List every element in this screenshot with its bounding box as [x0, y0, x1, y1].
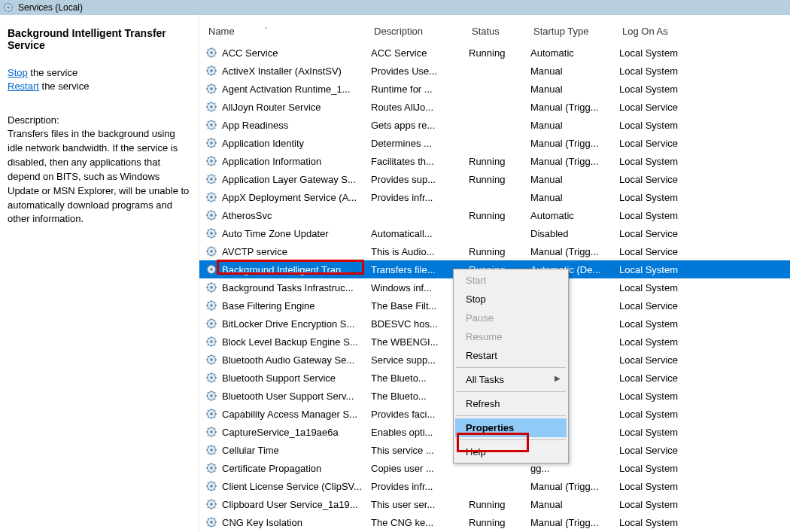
svg-line-209	[208, 399, 208, 400]
service-name: CNG Key Isolation	[222, 517, 302, 528]
menu-separator	[456, 415, 566, 416]
stop-link[interactable]: Stop	[8, 67, 28, 78]
svg-line-46	[208, 103, 208, 104]
col-logon[interactable]: Log On As	[619, 26, 706, 37]
svg-line-158	[214, 302, 215, 302]
service-row[interactable]: Application InformationFacilitates th...…	[199, 152, 790, 170]
svg-line-69	[208, 146, 208, 147]
service-row[interactable]: ACC ServiceACC ServiceRunningAutomaticLo…	[199, 44, 790, 62]
svg-line-87	[214, 182, 215, 183]
service-name: Cellular Time	[222, 445, 279, 456]
service-description: Routes AllJo...	[371, 102, 469, 113]
description-label: Description:	[8, 114, 191, 126]
service-startup: Manual (Trigg...	[530, 138, 619, 149]
service-row[interactable]: Clipboard User Service_1a19...This user …	[199, 495, 790, 513]
service-status: Running	[469, 156, 530, 167]
service-row[interactable]: AppX Deployment Service (A...Provides in…	[199, 188, 790, 206]
svg-line-37	[214, 92, 215, 93]
service-row[interactable]: AllJoyn Router ServiceRoutes AllJo...Man…	[199, 98, 790, 116]
col-description[interactable]: Description	[371, 26, 469, 37]
service-description: ACC Service	[371, 47, 469, 59]
svg-line-89	[208, 182, 208, 183]
col-name[interactable]: Name	[208, 26, 235, 37]
service-row[interactable]: Auto Time Zone UpdaterAutomaticall...Dis…	[199, 224, 790, 242]
service-logon: Local System	[619, 427, 706, 438]
svg-line-169	[208, 327, 208, 327]
service-row[interactable]: Agent Activation Runtime_1...Runtime for…	[199, 80, 790, 98]
svg-line-76	[208, 157, 208, 158]
svg-line-79	[208, 164, 208, 165]
svg-line-216	[208, 410, 208, 411]
svg-point-201	[210, 394, 213, 397]
svg-line-29	[208, 74, 208, 74]
svg-line-77	[214, 164, 215, 165]
menu-separator	[456, 439, 566, 440]
gear-icon	[205, 354, 217, 366]
sort-indicator-icon: ˆ	[265, 26, 267, 34]
service-row[interactable]: AVCTP serviceThis is Audio...RunningManu…	[199, 242, 790, 260]
svg-line-229	[208, 435, 208, 436]
service-name: Bluetooth Audio Gateway Se...	[222, 354, 354, 366]
service-row[interactable]: Application IdentityDetermines ...Manual…	[199, 134, 790, 152]
service-row[interactable]: CNG Key IsolationThe CNG ke...RunningMan…	[199, 513, 790, 531]
menu-properties[interactable]: Properties	[455, 418, 567, 437]
gear-icon	[205, 336, 217, 348]
service-description: Provides infr...	[371, 192, 469, 203]
svg-line-236	[208, 446, 208, 447]
svg-point-261	[210, 503, 213, 506]
col-status[interactable]: Status	[469, 26, 530, 37]
menu-refresh[interactable]: Refresh	[455, 394, 567, 413]
service-row[interactable]: Client License Service (ClipSV...Provide…	[199, 477, 790, 495]
svg-line-17	[214, 56, 215, 56]
column-headers[interactable]: Name ˆ Description Status Startup Type L…	[199, 15, 790, 44]
gear-icon	[205, 426, 217, 438]
svg-line-68	[214, 139, 215, 140]
menu-stop[interactable]: Stop	[455, 290, 567, 309]
service-logon: Local Service	[619, 138, 706, 149]
menu-all-tasks[interactable]: All Tasks ▶	[455, 370, 567, 389]
context-menu: Start Stop Pause Resume Restart All Task…	[453, 269, 569, 464]
svg-line-187	[214, 363, 215, 363]
service-status: Running	[469, 210, 530, 221]
menu-resume[interactable]: Resume	[455, 327, 567, 346]
service-logon: Local System	[619, 391, 706, 402]
service-logon: Local Service	[619, 300, 706, 312]
service-row[interactable]: Application Layer Gateway S...Provides s…	[199, 170, 790, 188]
svg-line-258	[214, 482, 215, 483]
service-logon: Local System	[619, 481, 706, 492]
service-logon: Local Service	[619, 445, 706, 456]
svg-point-121	[210, 250, 213, 253]
menu-restart[interactable]: Restart	[455, 346, 567, 365]
menu-separator	[456, 391, 566, 392]
submenu-arrow-icon: ▶	[555, 374, 561, 382]
gear-icon	[205, 462, 217, 474]
service-startup: gg...	[530, 463, 619, 474]
svg-point-61	[210, 141, 213, 144]
menu-pause[interactable]: Pause	[455, 309, 567, 327]
service-startup: Automatic	[530, 47, 619, 59]
service-name: ActiveX Installer (AxInstSV)	[222, 65, 342, 77]
svg-line-28	[214, 67, 215, 68]
menu-start[interactable]: Start	[455, 271, 567, 290]
menu-help[interactable]: Help	[455, 442, 567, 461]
col-startup[interactable]: Startup Type	[530, 26, 619, 37]
service-startup: Manual (Trigg...	[530, 156, 619, 167]
service-row[interactable]: ActiveX Installer (AxInstSV)Provides Use…	[199, 62, 790, 80]
service-name: AllJoyn Router Service	[222, 102, 321, 113]
svg-line-59	[208, 128, 208, 129]
service-row[interactable]: AtherosSvcRunningAutomaticLocal System	[199, 206, 790, 224]
svg-line-38	[214, 85, 215, 86]
svg-line-239	[208, 453, 208, 454]
service-row[interactable]: App ReadinessGets apps re...ManualLocal …	[199, 116, 790, 134]
service-logon: Local System	[619, 517, 706, 528]
svg-line-148	[214, 284, 215, 284]
service-description: Determines ...	[371, 138, 469, 149]
services-app-icon	[3, 2, 14, 13]
gear-icon	[205, 191, 217, 203]
restart-link[interactable]: Restart	[8, 81, 39, 92]
svg-line-107	[214, 218, 215, 219]
svg-point-141	[210, 286, 213, 289]
svg-line-36	[208, 85, 208, 86]
gear-icon	[205, 263, 217, 275]
service-name: Background Intelligent Tran...	[222, 264, 349, 275]
